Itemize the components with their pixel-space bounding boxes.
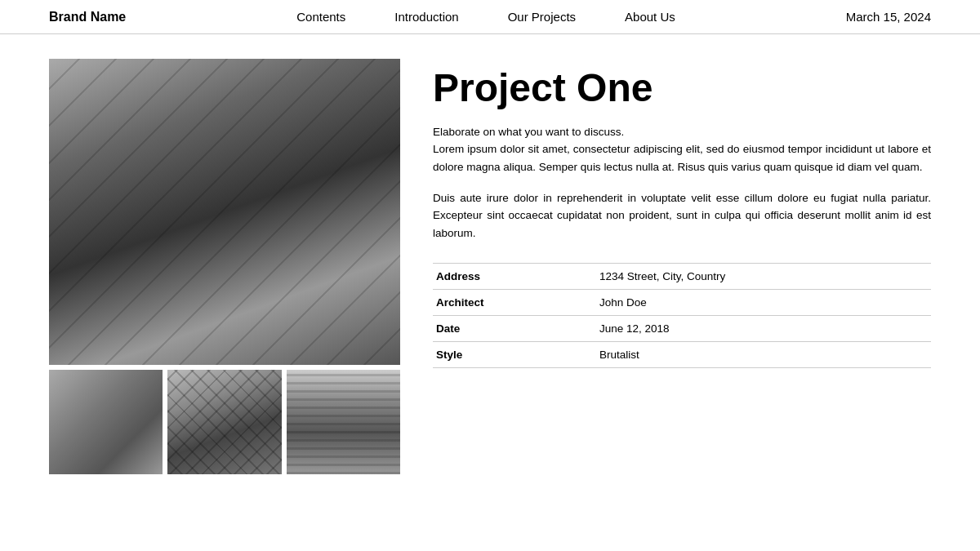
thumbnail-3[interactable] bbox=[287, 370, 400, 474]
detail-value-style: Brutalist bbox=[596, 342, 931, 368]
nav-contents[interactable]: Contents bbox=[296, 10, 345, 24]
thumbnail-row bbox=[49, 370, 400, 474]
detail-label-style: Style bbox=[433, 342, 596, 368]
header-date: March 15, 2024 bbox=[846, 10, 931, 24]
project-description-1: Elaborate on what you want to discuss.Lo… bbox=[433, 123, 931, 176]
project-title: Project One bbox=[433, 67, 931, 110]
nav-our-projects[interactable]: Our Projects bbox=[508, 10, 576, 24]
table-row: Architect John Doe bbox=[433, 290, 931, 316]
project-description-2: Duis aute irure dolor in reprehenderit i… bbox=[433, 189, 931, 242]
detail-value-architect: John Doe bbox=[596, 290, 931, 316]
table-row: Date June 12, 2018 bbox=[433, 316, 931, 342]
detail-value-date: June 12, 2018 bbox=[596, 316, 931, 342]
header: Brand Name Contents Introduction Our Pro… bbox=[0, 0, 980, 34]
nav-introduction[interactable]: Introduction bbox=[394, 10, 458, 24]
text-section: Project One Elaborate on what you want t… bbox=[433, 59, 931, 527]
main-project-image bbox=[49, 59, 400, 365]
nav: Contents Introduction Our Projects About… bbox=[296, 10, 675, 24]
main-content: Project One Elaborate on what you want t… bbox=[0, 34, 980, 551]
thumbnail-2[interactable] bbox=[167, 370, 281, 474]
thumbnail-1[interactable] bbox=[49, 370, 163, 474]
brand-name: Brand Name bbox=[49, 10, 126, 24]
detail-value-address: 1234 Street, City, Country bbox=[596, 264, 931, 290]
image-section bbox=[49, 59, 400, 527]
detail-label-date: Date bbox=[433, 316, 596, 342]
table-row: Address 1234 Street, City, Country bbox=[433, 264, 931, 290]
details-table: Address 1234 Street, City, Country Archi… bbox=[433, 263, 931, 368]
table-row: Style Brutalist bbox=[433, 342, 931, 368]
nav-about-us[interactable]: About Us bbox=[625, 10, 675, 24]
detail-label-architect: Architect bbox=[433, 290, 596, 316]
detail-label-address: Address bbox=[433, 264, 596, 290]
